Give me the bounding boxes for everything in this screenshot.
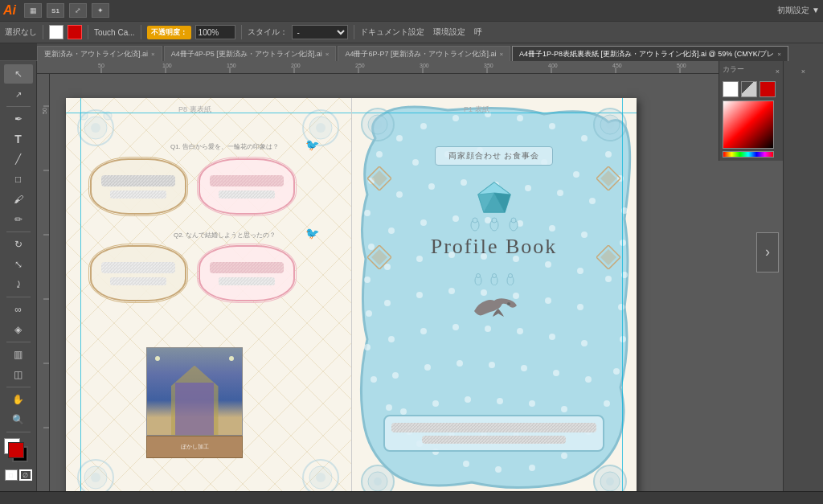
- svg-point-164: [476, 274, 480, 278]
- opacity-input[interactable]: [195, 25, 235, 39]
- color-panel-close[interactable]: ×: [776, 68, 780, 76]
- svg-point-50: [420, 123, 427, 129]
- svg-point-158: [473, 218, 477, 223]
- church-photo-area: ぼかし加工: [146, 347, 243, 460]
- tool-select[interactable]: ↖: [4, 64, 33, 84]
- tool-pencil[interactable]: ✏: [4, 210, 33, 229]
- svg-point-74: [364, 344, 371, 350]
- svg-point-53: [517, 115, 523, 121]
- style-label: スタイル：: [248, 27, 288, 38]
- menu-icon-3[interactable]: ⤢: [69, 3, 87, 18]
- menu-icon-2[interactable]: S1: [47, 3, 64, 18]
- left-toolbar: ↖ ↗ ✒ T ╱ □ 🖌 ✏ ↻ ⤡ ⤸ ∞ ◈ ▥ ◫ ✋ 🔍 □ ∅ ▣: [0, 61, 37, 504]
- svg-point-110: [448, 288, 455, 294]
- tool-slice[interactable]: ◫: [4, 365, 33, 384]
- tab-close-1[interactable]: ×: [151, 51, 155, 58]
- style-dropdown[interactable]: -: [292, 25, 348, 39]
- tool-blend[interactable]: ∞: [4, 300, 33, 319]
- tool-rotate[interactable]: ↻: [4, 235, 33, 254]
- none-btn[interactable]: ∅: [19, 469, 32, 481]
- svg-point-90: [525, 185, 531, 191]
- svg-point-86: [396, 191, 403, 198]
- artwork-page: P8 裏表紙 Q1. 告白から愛を、一輪花の印象は？ 🐦: [66, 98, 637, 504]
- tool-scale[interactable]: ⤡: [4, 255, 33, 274]
- tool-direct-select[interactable]: ↗: [4, 84, 33, 104]
- svg-point-122: [392, 372, 399, 379]
- svg-rect-23: [37, 74, 50, 504]
- fill-color-swatch[interactable]: [49, 25, 63, 39]
- panel-none-swatch[interactable]: [741, 81, 757, 97]
- tabs-container: 更新済み・アウトライン化済].ai × A4冊子4P-P5 [更新済み・アウトラ…: [37, 43, 823, 61]
- svg-point-107: [605, 276, 612, 282]
- svg-point-115: [388, 336, 395, 342]
- panel-color-swatch[interactable]: [760, 81, 776, 97]
- svg-point-73: [371, 376, 377, 383]
- menu-icon-4[interactable]: ✦: [92, 3, 109, 18]
- svg-point-113: [545, 297, 551, 304]
- doc-settings-btn[interactable]: ドキュメント設定: [360, 27, 424, 38]
- tab-1[interactable]: 更新済み・アウトライン化済].ai ×: [37, 46, 162, 61]
- svg-point-123: [424, 364, 431, 371]
- svg-point-145: [606, 121, 614, 129]
- svg-text:200: 200: [291, 63, 301, 68]
- right-rose-tl: [358, 104, 398, 145]
- active-color-swatch[interactable]: [8, 442, 24, 458]
- svg-point-127: [553, 370, 559, 376]
- top-right-label[interactable]: 初期設定 ▼: [777, 5, 820, 16]
- arrow-btn[interactable]: 呼: [474, 27, 482, 38]
- name-blur-2: [422, 436, 566, 444]
- hue-bar[interactable]: [723, 151, 774, 158]
- app-logo: Ai: [3, 3, 16, 18]
- tab-close-2[interactable]: ×: [326, 51, 330, 58]
- svg-point-54: [549, 123, 555, 129]
- svg-point-131: [465, 396, 471, 403]
- tool-line[interactable]: ╱: [4, 150, 33, 169]
- frame-2-right: [199, 245, 295, 301]
- menu-icon-1[interactable]: ▦: [24, 3, 42, 18]
- tab-3[interactable]: A4冊子6P-P7 [更新済み・アウトライン化済].ai ×: [338, 46, 510, 61]
- tool-zoom[interactable]: 🔍: [4, 410, 33, 429]
- svg-point-151: [606, 477, 614, 486]
- tab-4-active[interactable]: A4冊子1P-P8表紙裏表紙 [更新済み・アウトライン化済].ai @ 59% …: [512, 46, 788, 61]
- next-page-arrow[interactable]: ›: [756, 232, 779, 272]
- tool-warp[interactable]: ⤸: [4, 275, 33, 294]
- svg-point-91: [557, 190, 563, 196]
- tab-close-4[interactable]: ×: [777, 51, 781, 58]
- right-panel: ×: [783, 61, 823, 504]
- fill-mode-btn[interactable]: □: [5, 469, 18, 481]
- svg-point-109: [416, 292, 423, 298]
- svg-point-116: [420, 328, 427, 334]
- svg-point-132: [497, 398, 503, 404]
- tool-symbol[interactable]: ◈: [4, 320, 33, 339]
- tab-2[interactable]: A4冊子4P-P5 [更新済み・アウトライン化済].ai ×: [164, 46, 337, 61]
- panel-white-swatch[interactable]: [723, 81, 739, 97]
- svg-point-88: [461, 179, 467, 186]
- tool-rect[interactable]: □: [4, 170, 33, 189]
- tool-hand[interactable]: ✋: [4, 390, 33, 409]
- left-page-label: P8 裏表紙: [178, 104, 211, 115]
- svg-point-168: [508, 274, 512, 278]
- tool-paintbrush[interactable]: 🖌: [4, 190, 33, 209]
- svg-text:50: 50: [98, 63, 104, 68]
- svg-text:500: 500: [677, 63, 686, 68]
- frame-1-right: [199, 158, 295, 215]
- canvas-area[interactable]: P8 裏表紙 Q1. 告白から愛を、一輪花の印象は？ 🐦: [50, 74, 719, 504]
- svg-point-117: [452, 324, 459, 330]
- tool-column[interactable]: ▥: [4, 345, 33, 364]
- svg-point-40: [316, 123, 326, 133]
- tab-close-3[interactable]: ×: [499, 51, 503, 58]
- bird-icon-q2: 🐦: [305, 227, 319, 240]
- stroke-color-swatch[interactable]: [68, 25, 82, 39]
- svg-point-76: [364, 277, 371, 283]
- svg-point-126: [521, 365, 527, 371]
- photo-caption: ぼかし加工: [146, 436, 243, 458]
- tool-type[interactable]: T: [4, 129, 33, 149]
- right-page-label: P1 表紙: [464, 104, 489, 115]
- svg-point-62: [620, 336, 626, 342]
- env-settings-btn[interactable]: 環境設定: [433, 27, 465, 38]
- color-gradient-picker[interactable]: [723, 100, 774, 149]
- svg-point-63: [613, 368, 620, 375]
- options-bar: 選択なし Touch Ca... 不透明度： スタイル： - ドキュメント設定 …: [0, 21, 823, 43]
- right-page: P1 表紙: [351, 98, 637, 504]
- tool-pen[interactable]: ✒: [4, 109, 33, 129]
